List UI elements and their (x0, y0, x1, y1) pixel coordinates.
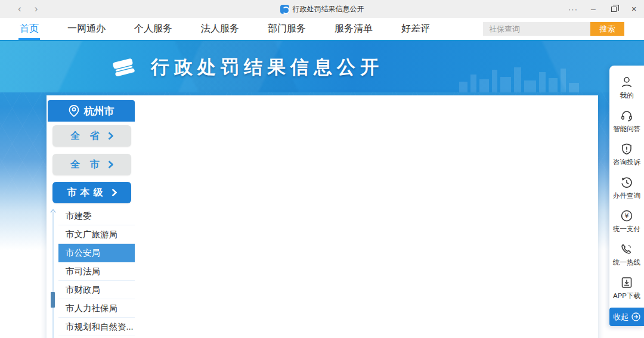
download-icon (620, 276, 633, 289)
sidebar-item-payment[interactable]: ¥ 统一支付 (609, 205, 644, 238)
sidebar-item-my[interactable]: 我的 (609, 72, 644, 105)
phone-icon (620, 243, 633, 256)
city-name: 杭州市 (84, 104, 114, 118)
tab-legal-person-services[interactable]: 法人服务 (201, 18, 239, 40)
content-panel: 杭州市 全 省 全 市 市本级 市建委 市文广旅游局 市公安局 市司法局 市财政… (47, 95, 598, 338)
more-options-icon[interactable]: ··· (563, 0, 583, 18)
location-user-icon (69, 105, 79, 117)
chevron-right-icon (112, 188, 117, 197)
portal-search-input[interactable] (483, 22, 590, 36)
scroll-up-icon[interactable] (50, 205, 56, 210)
window-title: 行政处罚结果信息公开 (293, 4, 364, 14)
dept-item[interactable]: 市规划和自然资... (58, 318, 135, 336)
tab-home[interactable]: 首页 (20, 18, 39, 40)
municipal-level-button[interactable]: 市本级 (52, 182, 131, 203)
sidebar-item-qa[interactable]: 智能问答 (609, 105, 644, 138)
city-header: 杭州市 (48, 100, 135, 122)
sidebar-item-hotline[interactable]: 统一热线 (609, 238, 644, 272)
tab-department-services[interactable]: 部门服务 (268, 18, 306, 40)
dept-scrollbar-thumb[interactable] (51, 292, 55, 308)
dept-item[interactable]: 市文广旅游局 (58, 225, 135, 244)
department-list: 市建委 市文广旅游局 市公安局 市司法局 市财政局 市人力社保局 市规划和自然资… (58, 207, 135, 338)
minimize-icon[interactable]: – (583, 0, 603, 18)
tab-personal-services[interactable]: 个人服务 (134, 18, 172, 40)
dept-item[interactable]: 市建委 (58, 207, 135, 225)
tab-one-stop[interactable]: 一网通办 (67, 18, 106, 40)
dept-item-selected[interactable]: 市公安局 (58, 244, 135, 262)
dept-item[interactable]: 市司法局 (58, 262, 135, 281)
city-level-button[interactable]: 全 市 (52, 154, 131, 175)
sidebar-item-complaint[interactable]: 咨询投诉 (609, 138, 644, 172)
arrow-right-circle-icon (631, 312, 640, 321)
portal-search-button[interactable]: 搜索 (590, 22, 624, 36)
yuan-icon: ¥ (620, 209, 633, 222)
page-banner: 行政处罚结果信息公开 (0, 40, 644, 92)
dept-item[interactable]: 市财政局 (58, 281, 135, 299)
dept-item[interactable]: 市人力社保局 (58, 299, 135, 318)
chevron-right-icon (108, 160, 113, 169)
portal-navbar: 首页 一网通办 个人服务 法人服务 部门服务 服务清单 好差评 搜索 (0, 18, 644, 40)
banner-title: 行政处罚结果信息公开 (151, 55, 383, 80)
province-level-button[interactable]: 全 省 (52, 125, 131, 147)
chevron-right-icon (108, 132, 113, 140)
restore-icon[interactable] (603, 0, 624, 18)
window-titlebar: ‹ › 行政处罚结果信息公开 ··· – × (0, 0, 644, 18)
sidebar-item-app-download[interactable]: APP下载 (609, 272, 644, 305)
user-icon (620, 76, 633, 89)
collapse-button[interactable]: 收起 (609, 308, 644, 326)
tool-sidebar: 我的 智能问答 咨询投诉 办件查询 ¥ 统一支付 (609, 66, 644, 326)
book-icon (110, 55, 138, 80)
history-icon (620, 176, 633, 189)
headset-icon (620, 109, 633, 122)
tab-rating[interactable]: 好差评 (401, 18, 430, 40)
svg-text:¥: ¥ (625, 212, 629, 220)
close-icon[interactable]: × (624, 0, 644, 18)
app-icon (280, 5, 289, 14)
dept-scrollbar-track[interactable] (52, 212, 54, 338)
tab-service-list[interactable]: 服务清单 (335, 18, 373, 40)
shield-alert-icon (620, 142, 633, 156)
sidebar-item-status-query[interactable]: 办件查询 (609, 172, 644, 205)
